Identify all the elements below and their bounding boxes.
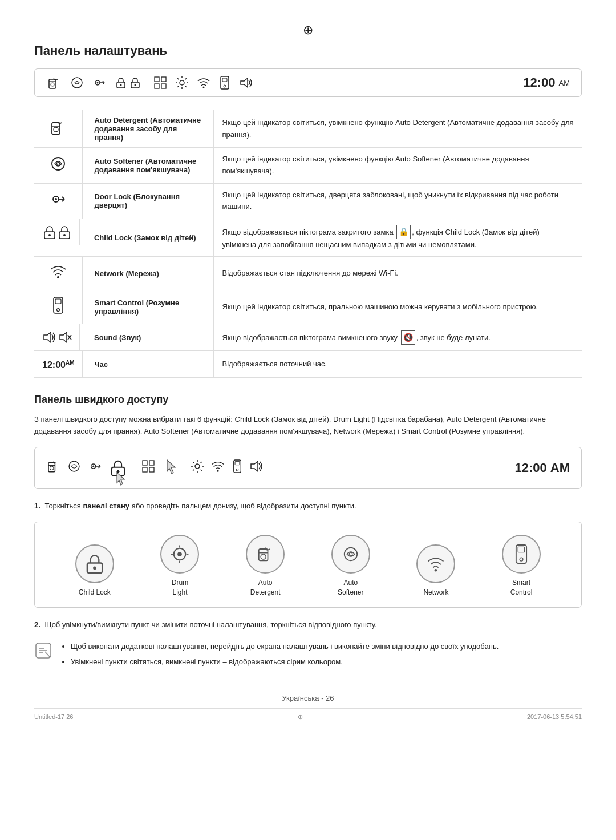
footer-meta: Untitled-17 26 ⊕ 2017-06-13 5:54:51 bbox=[34, 708, 582, 721]
svg-marker-40 bbox=[44, 332, 51, 342]
feature-name: Sound (Звук) bbox=[83, 324, 214, 351]
svg-point-12 bbox=[135, 84, 136, 86]
quick-icon-auto-softener[interactable]: AutoSoftener bbox=[331, 535, 370, 597]
svg-marker-41 bbox=[60, 332, 67, 342]
svg-point-21 bbox=[224, 85, 226, 87]
footer-lang: Українська - 26 bbox=[34, 694, 582, 702]
feature-icon-cell bbox=[34, 290, 83, 324]
page-title: Панель налаштувань bbox=[34, 43, 582, 58]
feature-name: Auto Softener (Автоматичне додавання пом… bbox=[83, 148, 214, 184]
table-row: Sound (Звук) Якщо відображається піктогр… bbox=[34, 324, 582, 351]
status-bar: 12:00AM bbox=[34, 68, 582, 97]
section2-title: Панель швидкого доступу bbox=[34, 394, 582, 406]
smart-control-circle bbox=[502, 535, 541, 574]
feature-icon-cell bbox=[34, 219, 80, 245]
svg-marker-63 bbox=[251, 461, 258, 471]
svg-rect-61 bbox=[235, 462, 240, 465]
notes-content: Щоб виконати додаткові налаштування, пер… bbox=[60, 640, 499, 671]
svg-point-59 bbox=[217, 470, 218, 472]
svg-point-24 bbox=[54, 127, 58, 132]
svg-point-79 bbox=[520, 558, 523, 561]
notes-box: Щоб виконати додаткові налаштування, пер… bbox=[34, 640, 582, 671]
panel-quick-access: 12:00AM bbox=[34, 447, 582, 489]
quick-icon-network[interactable]: Network bbox=[416, 544, 455, 597]
features-table: Auto Detergent (Автоматичне додавання за… bbox=[34, 110, 582, 378]
gear-icon-2 bbox=[190, 459, 205, 476]
ampm-label: AM bbox=[559, 79, 570, 87]
grid-icon-2 bbox=[141, 459, 156, 476]
svg-point-74 bbox=[345, 548, 358, 561]
section2-intro: З панелі швидкого доступу можна вибрати … bbox=[34, 414, 582, 438]
quick-icon-child-lock[interactable]: Child Lock bbox=[75, 544, 114, 597]
quick-icon-drum-light[interactable]: DrumLight bbox=[160, 535, 199, 597]
table-row: Network (Мережа) Відображається стан під… bbox=[34, 257, 582, 290]
svg-rect-55 bbox=[149, 461, 154, 465]
svg-point-71 bbox=[178, 552, 183, 556]
feature-name: Час bbox=[83, 351, 214, 378]
step1-num: 1. bbox=[34, 502, 40, 510]
table-row: Door Lock (Блокування дверцят) Якщо цей … bbox=[34, 183, 582, 219]
svg-rect-72 bbox=[259, 549, 268, 560]
feature-name: Child Lock (Замок від дітей) bbox=[83, 219, 214, 257]
feature-description: Якщо цей індикатор світиться, дверцята з… bbox=[214, 183, 582, 219]
feature-description: Якщо цей індикатор світиться, увімкнено … bbox=[214, 110, 582, 148]
feature-icon-cell: 12:00AM bbox=[34, 351, 83, 378]
svg-point-39 bbox=[57, 309, 60, 312]
auto-detergent-icon bbox=[46, 75, 62, 91]
svg-point-33 bbox=[48, 234, 51, 236]
top-symbol: ⊕ bbox=[34, 23, 582, 38]
svg-point-26 bbox=[57, 162, 60, 165]
gear-icon bbox=[175, 75, 189, 90]
feature-description: Якщо відображається піктограма вимкненог… bbox=[214, 324, 582, 351]
svg-rect-56 bbox=[143, 467, 147, 472]
svg-point-25 bbox=[52, 158, 64, 170]
svg-rect-20 bbox=[222, 78, 227, 82]
step2-text: 2. Щоб увімкнути/вимкнути пункт чи зміни… bbox=[34, 619, 582, 631]
note-icon bbox=[34, 640, 54, 671]
sound-icon-2 bbox=[249, 459, 264, 476]
sound-icon bbox=[238, 75, 253, 90]
feature-description: Якщо цей індикатор світиться, пральною м… bbox=[214, 290, 582, 324]
time-value-2: 12:00 bbox=[515, 461, 547, 475]
svg-rect-78 bbox=[518, 547, 524, 552]
auto-softener-icon-2 bbox=[67, 459, 82, 476]
table-row: Smart Control (Розумне управління) Якщо … bbox=[34, 290, 582, 324]
wifi-icon-2 bbox=[210, 459, 225, 476]
quick-access-panel: Child Lock DrumLight AutoDe bbox=[34, 522, 582, 608]
svg-point-76 bbox=[435, 569, 437, 572]
grid-icon bbox=[153, 75, 168, 90]
footer-meta-left: Untitled-17 26 bbox=[34, 713, 74, 721]
auto-softener-icon bbox=[69, 75, 85, 91]
auto-softener-circle bbox=[331, 535, 370, 574]
table-row: 12:00AM Час Відображається поточний час. bbox=[34, 351, 582, 378]
child-lock-label: Child Lock bbox=[79, 588, 111, 597]
svg-rect-44 bbox=[48, 463, 55, 472]
svg-rect-0 bbox=[49, 79, 56, 88]
svg-point-1 bbox=[51, 83, 54, 86]
feature-icon-cell bbox=[34, 183, 83, 219]
feature-description: Якщо цей індикатор світиться, увімкнено … bbox=[214, 148, 582, 184]
svg-point-45 bbox=[50, 466, 54, 470]
footer-meta-right: 2017-06-13 5:54:51 bbox=[527, 713, 582, 721]
note-item: Увімкнені пункти світяться, вимкнені пун… bbox=[71, 656, 499, 668]
svg-rect-15 bbox=[155, 84, 159, 88]
door-lock-icon-2 bbox=[87, 459, 103, 476]
auto-detergent-circle bbox=[246, 535, 285, 574]
quick-icon-auto-detergent[interactable]: AutoDetergent bbox=[246, 535, 285, 597]
drum-light-label: DrumLight bbox=[172, 578, 188, 597]
smart-control-icon-2 bbox=[231, 459, 244, 476]
svg-point-3 bbox=[76, 82, 78, 84]
svg-point-18 bbox=[203, 87, 205, 88]
quick-icon-smart-control[interactable]: SmartControl bbox=[502, 535, 541, 597]
table-row: Auto Softener (Автоматичне додавання пом… bbox=[34, 148, 582, 184]
ampm-label-2: AM bbox=[550, 461, 570, 475]
feature-description: Якщо відображається піктограма закритого… bbox=[214, 219, 582, 257]
feature-description: Відображається стан підключення до мереж… bbox=[214, 257, 582, 290]
auto-detergent-label: AutoDetergent bbox=[250, 578, 281, 597]
svg-rect-57 bbox=[149, 467, 154, 472]
network-circle bbox=[416, 544, 455, 583]
feature-name: Door Lock (Блокування дверцят) bbox=[83, 183, 214, 219]
step1-text: 1. Торкніться панелі стану або проведіть… bbox=[34, 500, 582, 512]
footer: Українська - 26 Untitled-17 26 ⊕ 2017-06… bbox=[34, 694, 582, 721]
svg-point-17 bbox=[180, 80, 184, 85]
